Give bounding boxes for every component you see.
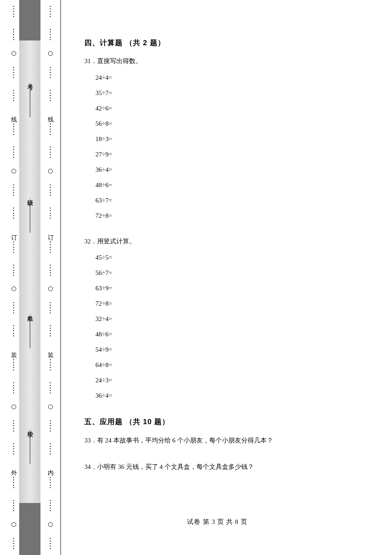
dots-icon [49,476,51,489]
dots-icon [49,123,51,136]
equation-item: 42÷6= [95,101,370,116]
dots-icon [13,358,14,371]
dots-icon [49,382,51,394]
field-underline [30,434,30,464]
dots-icon [13,442,14,455]
page-footer: 试卷 第 3 页 共 8 页 [60,518,375,526]
equation-item: 48÷6= [95,177,370,193]
question-text: 小明有 36 元钱，买了 4 个文具盒，每个文具盒多少钱？ [97,463,254,470]
dots-icon [13,184,14,197]
gutter-dark-bottom [19,503,40,555]
dots-icon [13,123,14,136]
dots-icon [13,5,14,18]
equation-item: 48÷6= [95,327,370,342]
section-4-title: 四、计算题 （共 2 题） [84,36,370,50]
dots-icon [49,537,51,550]
dots-icon [49,324,51,337]
equation-item: 35÷7= [95,85,370,101]
dots-icon [49,264,51,277]
dots-icon [49,499,51,512]
dots-icon [13,476,14,489]
spacer [84,223,370,235]
equation-list-31: 24÷4= 35÷7= 42÷6= 56÷8= 18÷3= 27÷9= 36÷4… [84,70,370,223]
dots-icon [13,241,14,254]
dots-icon [49,66,51,79]
question-31: 31．直接写出得数。 [84,55,370,67]
question-number: 34． [84,463,97,470]
dots-icon [49,146,51,159]
field-exam-id: 考号： [26,80,34,117]
student-info-fields: 学校： 姓名： 班级： 考号： [23,40,36,503]
dots-icon [49,301,51,314]
dots-icon [49,184,51,197]
circle-icon [48,522,53,527]
dots-icon [49,89,51,102]
field-underline [30,203,30,233]
equation-item: 24÷3= [95,373,370,388]
dots-icon [49,28,51,41]
field-sep: ： [26,195,34,201]
dots-icon [49,207,51,220]
side-mark-inner: 内 [46,465,54,466]
circle-icon [12,405,16,409]
dots-icon [13,382,14,394]
binding-mark-char: 线 [10,112,17,113]
circle-icon [48,405,53,409]
field-sep: ： [26,426,34,432]
dots-icon [13,264,14,277]
dots-icon [13,419,14,432]
equation-item: 63÷7= [95,193,370,208]
binding-mark-char: 装 [10,347,17,348]
question-number: 31． [84,58,97,64]
dots-icon [13,301,14,314]
dots-icon [13,66,14,79]
circle-icon [48,169,53,173]
page-number: 试卷 第 3 页 共 8 页 [187,518,248,525]
equation-item: 72÷8= [95,208,370,223]
field-sep: ： [26,80,34,86]
gutter-dark-top [19,0,40,40]
question-34: 34．小明有 36 元钱，买了 4 个文具盒，每个文具盒多少钱？ [84,461,370,473]
circle-icon [12,286,16,291]
question-number: 33． [84,437,97,444]
spacer [84,449,370,461]
dots-icon [49,358,51,371]
field-school: 学校： [26,426,34,464]
circle-icon [12,522,16,527]
question-text: 用竖式计算。 [97,238,135,245]
section-5-title: 五、应用题 （共 10 题） [84,415,370,429]
equation-item: 56÷7= [95,265,370,280]
circle-icon [48,286,53,291]
equation-item: 45÷5= [95,250,370,265]
side-mark-outer: 外 [10,465,17,466]
equation-item: 72÷8= [95,296,370,311]
dots-icon [13,537,14,550]
field-underline [30,318,30,348]
page-content: 四、计算题 （共 2 题） 31．直接写出得数。 24÷4= 35÷7= 42÷… [84,36,370,476]
dots-icon [13,324,14,337]
dots-icon [49,442,51,455]
field-class: 班级： [26,195,34,233]
dots-icon [13,89,14,102]
gutter-divider [61,0,61,555]
binding-mark-char: 线 [46,112,54,113]
binding-mark-char: 订 [46,230,54,231]
question-number: 32． [84,238,97,245]
equation-item: 24÷4= [95,70,370,85]
question-32: 32．用竖式计算。 [84,235,370,248]
equation-item: 54÷9= [95,342,370,357]
circle-icon [12,51,16,56]
circle-icon [48,51,53,56]
spacer [84,403,370,415]
field-name: 姓名： [26,311,34,348]
dots-icon [49,241,51,254]
binding-mark-char: 订 [10,230,17,231]
question-text: 有 24 本故事书，平均分给 6 个小朋友，每个小朋友分得几本？ [97,437,273,444]
dots-icon [49,419,51,432]
equation-item: 36÷4= [95,388,370,403]
equation-item: 63÷9= [95,280,370,296]
question-33: 33．有 24 本故事书，平均分给 6 个小朋友，每个小朋友分得几本？ [84,434,370,447]
binding-marks-outer: 线 订 装 外 [9,0,18,555]
field-underline [30,87,30,117]
circle-icon [12,169,16,173]
